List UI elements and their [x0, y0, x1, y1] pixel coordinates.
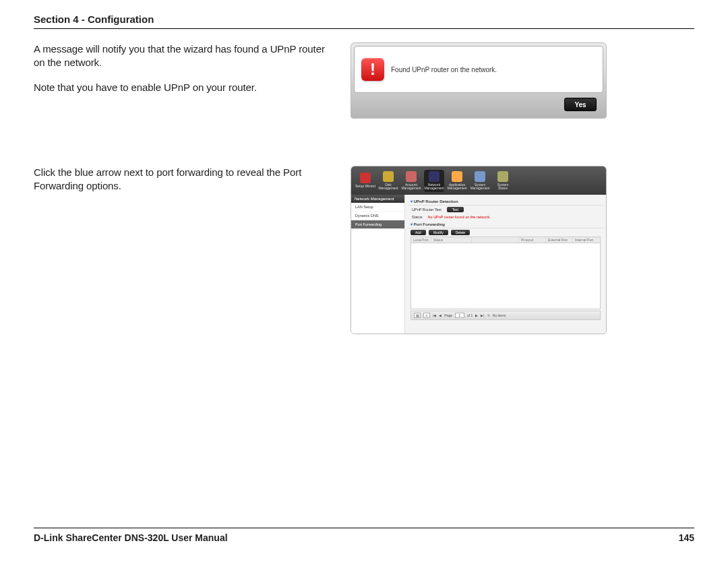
nav-label: Application Management: [447, 183, 467, 191]
pager: ▦ ≡ |◀ ◀ Page 1 of 1 ▶ ▶| ↻ No items: [411, 311, 601, 320]
sidebar-title: Network Management: [351, 195, 404, 203]
nav-label: Account Management: [401, 183, 421, 191]
test-button[interactable]: Test: [447, 207, 464, 212]
section-header: Section 4 - Configuration: [34, 13, 694, 29]
nav-setup-wizard[interactable]: Setup Wizard: [355, 173, 375, 189]
nav-label: Disk Management: [378, 183, 398, 191]
main-panel: UPnP Router Detection UPnP Router Test T…: [405, 195, 606, 334]
pager-next-icon[interactable]: ▶: [475, 313, 478, 317]
sidebar-item-port-forwarding[interactable]: Port Forwarding: [351, 220, 404, 229]
col-intport: Internal Port: [573, 237, 600, 243]
pager-page-input[interactable]: 1: [455, 313, 464, 318]
panel-upnp-detection[interactable]: UPnP Router Detection: [408, 197, 603, 206]
nav-icon: [429, 171, 439, 182]
pager-thumb-icon[interactable]: ▦: [414, 313, 421, 318]
nav-icon: [383, 171, 394, 182]
nav-label: Network Management: [424, 183, 444, 191]
nav-label: Setup Wizard: [355, 185, 375, 189]
nav-icon: [452, 171, 462, 182]
upnp-status-row: Status No UPnP router found on the netwo…: [408, 214, 603, 220]
pager-first-icon[interactable]: |◀: [433, 313, 436, 317]
screenshot-dialog: ! Found UPnP router on the network. Yes: [351, 42, 607, 119]
pf-columns: Local Port Status Protocol External Port…: [411, 237, 600, 243]
nav-icon: [475, 171, 485, 182]
nav-icon: [497, 171, 508, 182]
content-row-2: Click the blue arrow next to port forwar…: [34, 166, 694, 334]
col-extport: External Port: [546, 237, 573, 243]
nav-account-management[interactable]: Account Management: [401, 171, 421, 191]
paragraph: Click the blue arrow next to port forwar…: [34, 166, 337, 193]
alert-icon: !: [361, 58, 384, 81]
pager-prev-icon[interactable]: ◀: [439, 313, 442, 317]
text-block-2: Click the blue arrow next to port forwar…: [34, 166, 337, 204]
paragraph: A message will notify you that the wizar…: [34, 42, 337, 70]
app-nav: Setup WizardDisk ManagementAccount Manag…: [351, 166, 606, 195]
pager-list-icon[interactable]: ≡: [423, 313, 430, 318]
pager-refresh-icon[interactable]: ↻: [487, 313, 490, 317]
nav-system-status[interactable]: System Status: [493, 171, 513, 191]
screenshot-app: Setup WizardDisk ManagementAccount Manag…: [351, 166, 607, 334]
panel-port-forwarding[interactable]: Port Forwarding: [408, 220, 603, 228]
manual-title: D-Link ShareCenter DNS-320L User Manual: [34, 532, 228, 543]
pager-last-icon[interactable]: ▶|: [481, 313, 484, 317]
paragraph: Note that you have to enable UPnP on you…: [34, 81, 337, 94]
modify-button[interactable]: Modify: [429, 230, 448, 235]
nav-network-management[interactable]: Network Management: [424, 170, 444, 192]
sidebar: Network Management LAN SetupDynamic DNSP…: [351, 195, 405, 334]
nav-disk-management[interactable]: Disk Management: [378, 171, 398, 191]
status-text: No UPnP router found on the network.: [428, 215, 491, 219]
page-number: 145: [679, 532, 694, 543]
nav-label: System Management: [470, 183, 490, 191]
yes-button[interactable]: Yes: [564, 98, 597, 111]
col-protocol: Protocol: [519, 237, 546, 243]
pager-of: of 1: [467, 313, 473, 317]
add-button[interactable]: Add: [411, 230, 426, 235]
nav-icon: [406, 171, 417, 182]
label: Status: [412, 215, 423, 219]
text-block-1: A message will notify you that the wizar…: [34, 42, 337, 105]
content-row-1: A message will notify you that the wizar…: [34, 42, 694, 119]
sidebar-item-dynamic-dns[interactable]: Dynamic DNS: [351, 212, 404, 220]
nav-label: System Status: [493, 183, 513, 191]
pager-info: No items: [493, 313, 506, 317]
sidebar-item-lan-setup[interactable]: LAN Setup: [351, 203, 404, 212]
dialog-message: Found UPnP router on the network.: [391, 66, 497, 73]
delete-button[interactable]: Delete: [451, 230, 470, 235]
network-management-app: Setup WizardDisk ManagementAccount Manag…: [351, 166, 607, 334]
upnp-test-row: UPnP Router Test Test: [408, 206, 603, 214]
page-footer: D-Link ShareCenter DNS-320L User Manual …: [34, 528, 694, 543]
nav-application-management[interactable]: Application Management: [447, 171, 467, 191]
nav-system-management[interactable]: System Management: [470, 171, 490, 191]
col-localport: Local Port: [411, 237, 431, 243]
nav-icon: [360, 173, 371, 183]
label: UPnP Router Test: [412, 208, 442, 212]
col-status: Status: [431, 237, 472, 243]
pf-toolbar: Add Modify Delete: [411, 230, 601, 235]
pager-page-label: Page: [444, 313, 452, 317]
col-blank: [472, 237, 519, 243]
pf-grid: Local Port Status Protocol External Port…: [411, 237, 601, 309]
dialog-body: ! Found UPnP router on the network.: [354, 46, 603, 93]
upnp-dialog: ! Found UPnP router on the network. Yes: [351, 42, 607, 119]
